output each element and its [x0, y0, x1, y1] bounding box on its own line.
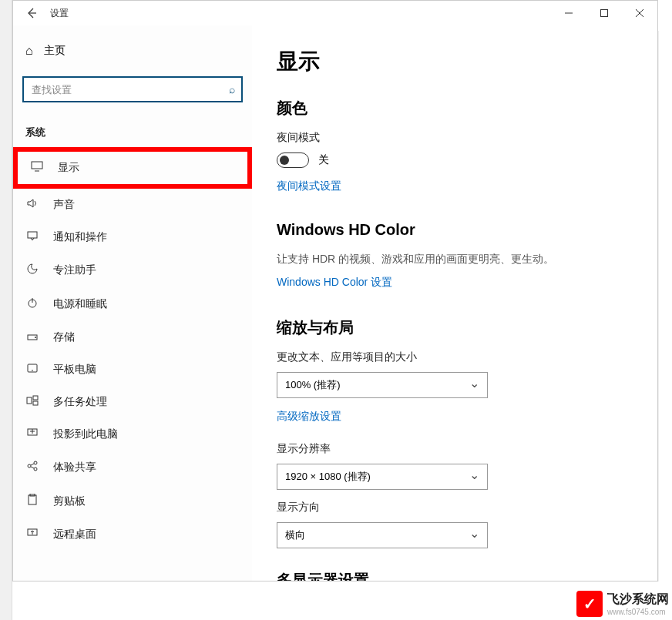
svg-rect-14 [33, 396, 38, 400]
sidebar-item-share[interactable]: 体验共享 [13, 451, 252, 484]
minimize-button[interactable] [551, 1, 586, 25]
sidebar-item-power[interactable]: 电源和睡眠 [13, 287, 252, 321]
notification-icon [25, 230, 39, 244]
sidebar-item-label: 剪贴板 [53, 494, 86, 508]
sidebar-item-tablet[interactable]: 平板电脑 [13, 354, 252, 386]
settings-window: 设置 ⌂ 主页 ⌕ 系统 显示 [12, 0, 658, 581]
search-icon: ⌕ [229, 83, 235, 96]
tablet-icon [25, 363, 39, 377]
home-label: 主页 [44, 44, 66, 58]
sidebar-item-project[interactable]: 投影到此电脑 [13, 418, 252, 451]
svg-rect-4 [32, 162, 42, 169]
sidebar-item-label: 通知和操作 [53, 230, 107, 244]
sidebar: ⌂ 主页 ⌕ 系统 显示 声音 通知和操作 [13, 25, 252, 581]
watermark-url: www.fs0745.com [607, 608, 669, 616]
sound-icon [25, 198, 39, 212]
sidebar-item-label: 平板电脑 [53, 363, 96, 377]
hd-color-settings-link[interactable]: Windows HD Color 设置 [277, 276, 392, 290]
search-input[interactable] [22, 76, 243, 102]
sidebar-item-sound[interactable]: 声音 [13, 189, 252, 221]
resolution-value: 1920 × 1080 (推荐) [285, 470, 371, 484]
background-sliver-left [0, 0, 12, 620]
sidebar-item-multitask[interactable]: 多任务处理 [13, 386, 252, 418]
sidebar-item-label: 远程桌面 [53, 528, 96, 541]
scale-dropdown[interactable]: 100% (推荐) [277, 372, 488, 398]
sidebar-section-label: 系统 [13, 110, 252, 147]
svg-line-21 [31, 467, 34, 468]
sidebar-item-label: 体验共享 [53, 461, 96, 474]
maximize-button[interactable] [586, 1, 622, 25]
window-controls [551, 1, 657, 25]
window-title: 设置 [50, 7, 69, 20]
power-icon [25, 297, 39, 312]
svg-line-20 [31, 464, 34, 465]
remote-icon [25, 528, 39, 541]
advanced-scale-link[interactable]: 高级缩放设置 [277, 410, 341, 424]
minimize-icon [565, 9, 573, 17]
search-wrap: ⌕ [22, 76, 243, 102]
sidebar-item-label: 声音 [53, 198, 75, 212]
sidebar-item-label: 专注助手 [53, 263, 96, 277]
titlebar: 设置 [13, 1, 657, 25]
section-multi: 多显示器设置 [277, 570, 633, 581]
night-mode-label: 夜间模式 [277, 131, 633, 145]
hd-color-desc: 让支持 HDR 的视频、游戏和应用的画面更明亮、更生动。 [277, 251, 633, 267]
night-mode-toggle-row: 关 [277, 152, 633, 168]
multitask-icon [25, 395, 39, 409]
orientation-value: 横向 [285, 528, 305, 542]
svg-rect-15 [33, 401, 38, 405]
section-scale: 缩放与布局 [277, 317, 633, 338]
background-sliver-right [658, 31, 672, 581]
display-icon [30, 161, 44, 175]
sidebar-item-display[interactable]: 显示 [13, 147, 252, 189]
svg-point-10 [35, 337, 36, 338]
nav-list: 显示 声音 通知和操作 专注助手 电源和睡眠 [13, 147, 252, 551]
home-nav[interactable]: ⌂ 主页 [13, 33, 252, 69]
svg-rect-13 [27, 397, 32, 404]
close-button[interactable] [622, 1, 657, 25]
section-color: 颜色 [277, 98, 633, 119]
sidebar-item-label: 电源和睡眠 [53, 297, 107, 311]
sidebar-item-focus[interactable]: 专注助手 [13, 253, 252, 287]
orientation-dropdown[interactable]: 横向 [277, 522, 488, 548]
night-mode-state: 关 [318, 153, 329, 167]
section-hd-color: Windows HD Color [277, 221, 633, 239]
maximize-icon [600, 9, 608, 17]
sidebar-item-clipboard[interactable]: 剪贴板 [13, 484, 252, 518]
body-row: ⌂ 主页 ⌕ 系统 显示 声音 通知和操作 [13, 25, 657, 581]
back-arrow-icon [25, 7, 38, 19]
page-title: 显示 [277, 47, 633, 76]
watermark-text: 飞沙系统网 [607, 592, 669, 608]
content: 显示 颜色 夜间模式 关 夜间模式设置 Windows HD Color 让支持… [252, 25, 657, 581]
sidebar-item-label: 显示 [58, 161, 79, 175]
night-mode-toggle[interactable] [277, 152, 309, 168]
clipboard-icon [25, 494, 39, 509]
svg-rect-1 [601, 10, 608, 17]
sidebar-item-notifications[interactable]: 通知和操作 [13, 221, 252, 253]
scale-value: 100% (推荐) [285, 378, 341, 392]
svg-point-18 [34, 461, 37, 464]
home-icon: ⌂ [25, 44, 33, 58]
sidebar-item-storage[interactable]: 存储 [13, 321, 252, 354]
svg-rect-6 [28, 232, 37, 238]
sidebar-item-label: 多任务处理 [53, 395, 107, 409]
resolution-label: 显示分辨率 [277, 442, 633, 456]
night-mode-settings-link[interactable]: 夜间模式设置 [277, 179, 341, 193]
watermark-icon: ✓ [576, 591, 603, 617]
share-icon [25, 460, 39, 475]
project-icon [25, 427, 39, 441]
sidebar-item-label: 存储 [53, 330, 75, 344]
focus-icon [25, 263, 39, 278]
sidebar-item-label: 投影到此电脑 [53, 427, 118, 441]
toggle-knob [280, 156, 289, 165]
svg-rect-22 [29, 495, 36, 504]
orientation-label: 显示方向 [277, 501, 633, 514]
storage-icon [25, 330, 39, 344]
close-icon [636, 9, 643, 17]
sidebar-item-remote[interactable]: 远程桌面 [13, 518, 252, 551]
svg-point-17 [28, 464, 31, 468]
watermark: ✓ 飞沙系统网 www.fs0745.com [576, 591, 669, 617]
back-button[interactable] [19, 1, 44, 25]
svg-point-19 [34, 468, 37, 471]
resolution-dropdown[interactable]: 1920 × 1080 (推荐) [277, 464, 488, 490]
